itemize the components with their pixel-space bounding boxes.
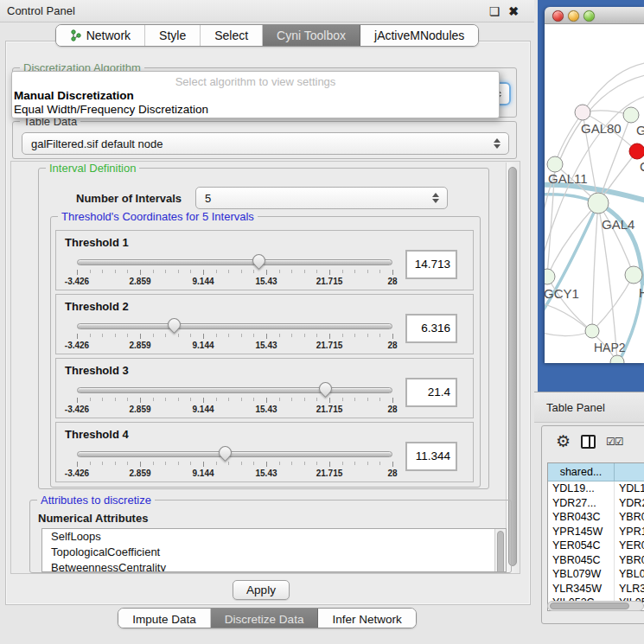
tab-label: Select bbox=[214, 29, 248, 42]
float-window-icon[interactable]: ❏ bbox=[489, 3, 501, 19]
threshold-label: Threshold 2 bbox=[65, 300, 129, 313]
scrollbar-thumb[interactable] bbox=[497, 531, 504, 572]
attributes-list-scrollbar[interactable] bbox=[494, 529, 506, 571]
table-row[interactable]: YPR145WYPR145W bbox=[548, 525, 644, 539]
table-row[interactable]: YBL079WYBL079W bbox=[548, 567, 644, 582]
tab-style[interactable]: Style bbox=[145, 25, 201, 46]
network-canvas[interactable]: GAL80GACGAL11GAL4GCY1HHAP2 bbox=[545, 24, 644, 363]
slider-knob[interactable] bbox=[316, 379, 335, 398]
threshold-value-field[interactable]: 21.4 bbox=[405, 378, 457, 407]
table-horizontal-scrollbar[interactable] bbox=[547, 601, 644, 611]
slider-tick-labels: -3.4262.8599.14415.4321.71528 bbox=[77, 277, 392, 287]
table-cell: YBR045C bbox=[615, 553, 644, 568]
network-node-HAP2[interactable] bbox=[585, 324, 599, 338]
threshold-value-field[interactable]: 6.316 bbox=[405, 314, 457, 343]
table-cell: YBR043C bbox=[548, 510, 615, 525]
tab-cyni-toolbox[interactable]: Cyni Toolbox bbox=[263, 25, 360, 46]
table-row[interactable]: YBR043CYBR043C bbox=[548, 510, 644, 525]
network-edge[interactable] bbox=[592, 275, 634, 331]
number-of-intervals-value: 5 bbox=[205, 192, 211, 205]
number-of-intervals-label: Number of Intervals bbox=[76, 192, 182, 205]
network-edge[interactable] bbox=[555, 112, 583, 164]
table-cell: YDR27 bbox=[615, 496, 644, 511]
table-data-select[interactable]: galFiltered.sif default node bbox=[22, 132, 509, 155]
network-node-H[interactable] bbox=[625, 266, 642, 284]
network-window-titlebar[interactable] bbox=[545, 7, 644, 24]
algorithm-option-0[interactable]: Manual Discretization bbox=[12, 88, 499, 102]
column-header-1[interactable]: name bbox=[615, 463, 644, 481]
network-node-label-HAP2: HAP2 bbox=[594, 341, 626, 354]
slider-knob[interactable] bbox=[165, 316, 183, 334]
minimize-traffic-light-icon[interactable] bbox=[568, 10, 579, 22]
attribute-list-item[interactable]: SelfLoops bbox=[42, 529, 506, 545]
bottom-tab-discretize-data[interactable]: Discretize Data bbox=[211, 609, 319, 628]
network-window[interactable]: GAL80GACGAL11GAL4GCY1HHAP2 bbox=[545, 7, 644, 363]
apply-button[interactable]: Apply bbox=[233, 580, 290, 600]
control-panel-tabbar: NetworkStyleSelectCyni ToolboxjActiveMNo… bbox=[0, 24, 534, 47]
network-edge[interactable] bbox=[547, 277, 592, 331]
control-panel-titlebar: Control Panel ❏ ✖ bbox=[0, 0, 534, 22]
control-panel-title: Control Panel bbox=[7, 4, 75, 17]
network-node-GAL11[interactable] bbox=[547, 156, 563, 172]
slider-track[interactable] bbox=[77, 387, 392, 393]
number-of-intervals-select[interactable]: 5 bbox=[195, 187, 448, 209]
network-node-GAL4[interactable] bbox=[588, 193, 609, 214]
table-row[interactable]: YDL19...YDL19 bbox=[548, 481, 644, 496]
close-window-icon[interactable]: ✖ bbox=[508, 3, 519, 19]
interval-definition-title: Interval Definition bbox=[46, 162, 139, 175]
threshold-value-field[interactable]: 11.344 bbox=[405, 442, 457, 471]
slider-track[interactable] bbox=[77, 451, 392, 457]
network-edge[interactable] bbox=[592, 203, 598, 331]
network-node-GAL80[interactable] bbox=[575, 105, 590, 120]
tab-label: Style bbox=[159, 29, 186, 42]
tab-network[interactable]: Network bbox=[56, 25, 145, 46]
threshold-value-field[interactable]: 14.713 bbox=[405, 250, 457, 279]
network-node-GA[interactable] bbox=[623, 107, 639, 123]
threshold-panel-1: Threshold 1-3.4262.8599.14415.4321.71528… bbox=[55, 230, 474, 290]
table-cell: YER054C bbox=[615, 539, 644, 553]
slider-knob[interactable] bbox=[250, 252, 268, 270]
slider-tick-labels: -3.4262.8599.14415.4321.71528 bbox=[77, 405, 392, 415]
combo-stepper-icon bbox=[494, 138, 501, 149]
slider-ticks bbox=[77, 462, 392, 468]
table-row[interactable]: YBR045CYBR045C bbox=[548, 553, 644, 568]
slider-knob[interactable] bbox=[215, 443, 233, 462]
network-edge[interactable] bbox=[583, 62, 644, 112]
close-traffic-light-icon[interactable] bbox=[552, 10, 564, 22]
scrollbar-thumb[interactable] bbox=[550, 603, 629, 609]
node-table[interactable]: shared...nameYDL19...YDL19YDR27...YDR27Y… bbox=[547, 462, 644, 611]
network-edge[interactable] bbox=[547, 203, 598, 277]
slider-ticks bbox=[77, 334, 392, 340]
attributes-group-title: Attributes to discretize bbox=[37, 494, 155, 507]
bottom-tab-group: Impute DataDiscretize DataInfer Network bbox=[118, 608, 416, 628]
table-row[interactable]: YDR27...YDR27 bbox=[548, 496, 644, 511]
network-graph[interactable]: GAL80GACGAL11GAL4GCY1HHAP2 bbox=[545, 24, 644, 363]
numerical-attributes-label: Numerical Attributes bbox=[38, 512, 148, 525]
tab-select[interactable]: Select bbox=[201, 25, 263, 46]
zoom-traffic-light-icon[interactable] bbox=[583, 10, 595, 22]
table-cell: YBL079W bbox=[548, 567, 615, 582]
columns-icon[interactable] bbox=[581, 435, 596, 449]
select-columns-checkboxes-icon[interactable]: ☑☑ bbox=[606, 436, 623, 448]
slider-ticks bbox=[77, 270, 392, 276]
bottom-tab-infer-network[interactable]: Infer Network bbox=[318, 609, 415, 628]
gear-icon[interactable]: ⚙ bbox=[556, 434, 571, 450]
table-cell: YLR345W bbox=[615, 582, 644, 596]
bottom-tab-impute-data[interactable]: Impute Data bbox=[118, 609, 211, 628]
column-header-0[interactable]: shared... bbox=[548, 463, 615, 481]
attribute-list-item[interactable]: BetweennessCentrality bbox=[42, 560, 506, 572]
algorithm-option-1[interactable]: Equal Width/Frequency Discretization bbox=[12, 102, 499, 116]
tab-jactivemnodules[interactable]: jActiveMNodules bbox=[360, 25, 478, 46]
table-row[interactable]: YER054CYER054C bbox=[548, 539, 644, 553]
threshold-panel-4: Threshold 4-3.4262.8599.14415.4321.71528… bbox=[55, 422, 474, 482]
algorithm-popup-hint: Select algorithm to view settings bbox=[12, 72, 499, 88]
table-row[interactable]: YLR345WYLR345W bbox=[548, 582, 644, 596]
table-panel-titlebar: Table Panel bbox=[534, 392, 644, 423]
attribute-list-item[interactable]: TopologicalCoefficient bbox=[42, 545, 506, 560]
numerical-attributes-list[interactable]: SelfLoopsTopologicalCoefficientBetweenne… bbox=[41, 528, 507, 572]
network-node-GCY1[interactable] bbox=[545, 269, 555, 284]
slider-track[interactable] bbox=[77, 259, 392, 265]
slider-track[interactable] bbox=[77, 323, 392, 329]
network-node-C[interactable] bbox=[629, 143, 644, 159]
table-cell: YBR043C bbox=[615, 510, 644, 525]
